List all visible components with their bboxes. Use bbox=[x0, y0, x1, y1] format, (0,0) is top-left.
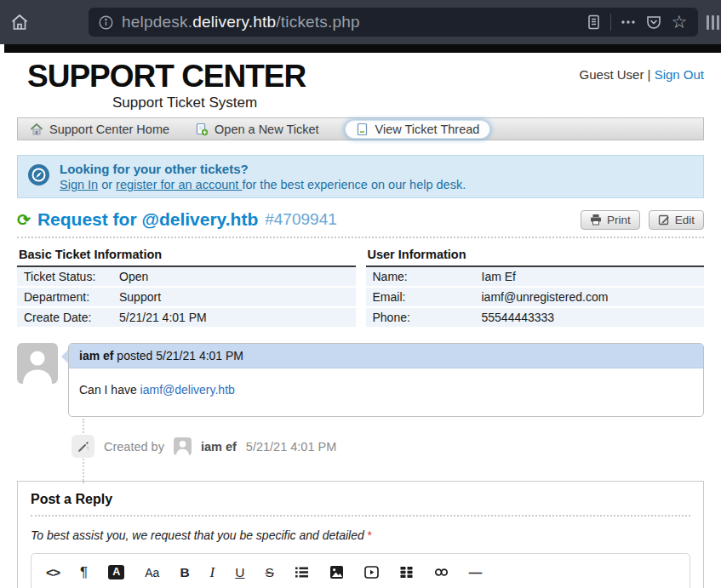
table-row: Department:Support bbox=[17, 288, 356, 308]
register-link[interactable]: register for an account bbox=[116, 178, 242, 191]
basic-ticket-info-table: Basic Ticket Information Ticket Status:O… bbox=[17, 244, 356, 328]
refresh-icon[interactable]: ⟳ bbox=[17, 212, 31, 228]
reply-editor[interactable]: <> ¶ A Aa B I U S bbox=[31, 553, 690, 588]
underline-button[interactable]: U bbox=[235, 566, 244, 579]
browser-toolbar: helpdesk.delivery.htb/tickets.php ☆ bbox=[0, 0, 721, 44]
thread-entry: iam ef posted 5/21/21 4:01 PM Can I have… bbox=[17, 343, 704, 417]
reader-mode-icon[interactable] bbox=[585, 14, 602, 31]
ticket-title: Request for @delivery.htb bbox=[37, 209, 258, 230]
email-link[interactable]: iamf@delivery.htb bbox=[140, 383, 235, 397]
event-timestamp: 5/21/21 4:01 PM bbox=[246, 440, 336, 454]
pencil-wand-icon bbox=[72, 435, 94, 458]
message-bubble: iam ef posted 5/21/21 4:01 PM Can I have… bbox=[68, 343, 704, 417]
banner-text: Looking for your other tickets? Sign In … bbox=[60, 162, 466, 191]
url-text: helpdesk.delivery.htb/tickets.php bbox=[122, 13, 360, 31]
window-edge-bars-icon bbox=[707, 15, 719, 30]
print-button[interactable]: Print bbox=[581, 210, 640, 230]
sign-out-link[interactable]: Sign Out bbox=[655, 67, 704, 82]
home-icon bbox=[30, 123, 43, 136]
ticket-thread-icon bbox=[356, 123, 369, 136]
home-icon[interactable] bbox=[10, 13, 29, 31]
tickets-info-banner: Looking for your other tickets? Sign In … bbox=[17, 155, 704, 198]
user-avatar bbox=[17, 343, 58, 384]
insert-video-button[interactable] bbox=[364, 565, 379, 579]
ticket-title-row: ⟳ Request for @delivery.htb #4709941 Pri… bbox=[17, 209, 704, 230]
required-marker: * bbox=[368, 528, 372, 542]
tab-support-center-home[interactable]: Support Center Home bbox=[30, 123, 169, 136]
logo-block: SUPPORT CENTER Support Ticket System bbox=[17, 60, 306, 111]
tab-open-new-ticket[interactable]: Open a New Ticket bbox=[195, 123, 319, 136]
masthead: SUPPORT CENTER Support Ticket System Gue… bbox=[17, 53, 704, 111]
bold-button[interactable]: B bbox=[180, 566, 189, 579]
dotted-divider bbox=[17, 237, 704, 238]
bullet-list-button[interactable] bbox=[295, 565, 309, 579]
table-icon bbox=[399, 565, 414, 579]
user-info-table: User Information Name:Iam Ef Email:iamf@… bbox=[366, 244, 705, 328]
compass-icon bbox=[27, 163, 50, 186]
page-content: SUPPORT CENTER Support Ticket System Gue… bbox=[0, 53, 721, 588]
edit-button[interactable]: Edit bbox=[649, 210, 704, 230]
paragraph-format-button[interactable]: ¶ bbox=[80, 565, 88, 579]
font-size-button[interactable]: Aa bbox=[145, 567, 159, 579]
editor-toolbar: <> ¶ A Aa B I U S bbox=[31, 554, 690, 588]
screenshot-root: helpdesk.delivery.htb/tickets.php ☆ bbox=[0, 0, 721, 588]
printer-icon bbox=[590, 214, 602, 225]
basic-info-heading: Basic Ticket Information bbox=[17, 244, 356, 267]
page-actions-icon[interactable] bbox=[620, 14, 637, 31]
table-row: Name:Iam Ef bbox=[366, 267, 705, 288]
user-bar: Guest User | Sign Out bbox=[580, 67, 704, 111]
info-icon[interactable] bbox=[99, 15, 113, 30]
italic-button[interactable]: I bbox=[210, 565, 215, 579]
code-button[interactable]: <> bbox=[46, 566, 60, 579]
insert-link-button[interactable] bbox=[434, 565, 449, 579]
horizontal-rule-button[interactable]: — bbox=[469, 566, 483, 579]
bullet-list-icon bbox=[295, 565, 309, 579]
new-ticket-icon bbox=[195, 123, 209, 136]
nav-bar: Support Center Home Open a New Ticket Vi… bbox=[17, 117, 704, 140]
video-icon bbox=[364, 565, 379, 579]
bookmark-star-icon[interactable]: ☆ bbox=[671, 14, 688, 31]
reply-instruction: To best assist you, we request that you … bbox=[31, 528, 690, 542]
page-top-bar bbox=[4, 44, 721, 53]
toolbar-separator bbox=[610, 14, 611, 31]
post-reply-section: Post a Reply To best assist you, we requ… bbox=[17, 481, 704, 588]
table-row: Phone:55544443333 bbox=[366, 308, 705, 328]
ticket-number: #4709941 bbox=[265, 210, 337, 229]
sign-in-link[interactable]: Sign In bbox=[60, 178, 98, 191]
text-style-button[interactable]: A bbox=[108, 565, 124, 579]
event-action: Created by bbox=[104, 440, 164, 454]
created-by-event: Created by iam ef 5/21/21 4:01 PM bbox=[72, 429, 704, 464]
image-icon bbox=[329, 565, 344, 579]
strikethrough-button[interactable]: S bbox=[265, 566, 273, 579]
table-row: Ticket Status:Open bbox=[17, 267, 356, 288]
table-row: Email:iamf@unregistered.com bbox=[366, 288, 705, 308]
link-icon bbox=[434, 565, 449, 579]
message-author: iam ef bbox=[79, 349, 113, 363]
insert-image-button[interactable] bbox=[329, 565, 344, 579]
insert-table-button[interactable] bbox=[399, 565, 414, 579]
site-subtitle: Support Ticket System bbox=[112, 94, 306, 111]
banner-heading: Looking for your other tickets? bbox=[60, 162, 249, 176]
pocket-icon[interactable] bbox=[645, 14, 662, 31]
guest-user-label: Guest User bbox=[580, 67, 644, 82]
post-reply-heading: Post a Reply bbox=[31, 492, 690, 507]
table-row: Create Date:5/21/21 4:01 PM bbox=[17, 308, 356, 328]
dotted-divider bbox=[31, 515, 690, 517]
edit-icon bbox=[658, 214, 670, 225]
user-info-heading: User Information bbox=[366, 244, 705, 267]
thread-events: Created by iam ef 5/21/21 4:01 PM bbox=[17, 429, 704, 464]
site-title: SUPPORT CENTER bbox=[17, 60, 306, 92]
event-avatar bbox=[174, 437, 192, 455]
message-header: iam ef posted 5/21/21 4:01 PM bbox=[69, 344, 703, 368]
tab-view-ticket-thread[interactable]: View Ticket Thread bbox=[345, 120, 491, 139]
event-author: iam ef bbox=[201, 440, 237, 454]
url-bar[interactable]: helpdesk.delivery.htb/tickets.php ☆ bbox=[89, 8, 698, 37]
message-body: Can I have iamf@delivery.htb bbox=[69, 368, 703, 416]
